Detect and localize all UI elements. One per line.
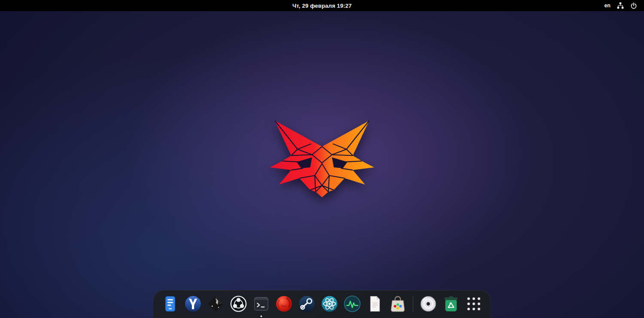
dock-item-trash[interactable] [441, 294, 461, 314]
workspaces-tree-icon[interactable] [617, 2, 624, 9]
dock-item-software-store[interactable] [388, 294, 408, 314]
desktop: Чт, 29 февраля 19:27 en [0, 0, 644, 318]
dock-item-steam[interactable] [297, 294, 317, 314]
dock-item-disc[interactable] [419, 294, 438, 314]
running-indicator [261, 315, 262, 317]
dock-item-yandex-browser[interactable] [183, 294, 203, 314]
dock-item-red-app[interactable] [274, 294, 294, 314]
dock-item-inkscape[interactable] [206, 294, 226, 314]
dock [153, 290, 491, 318]
dock-item-terminal[interactable] [252, 294, 271, 314]
system-indicators[interactable]: en [601, 0, 640, 11]
recycle-trash-icon [442, 294, 461, 313]
show-applications-icon [468, 297, 480, 310]
wallpaper [0, 11, 644, 318]
dock-item-obs-studio[interactable] [229, 294, 249, 314]
dock-item-document[interactable] [365, 294, 385, 314]
dock-item-system-monitor[interactable] [343, 294, 362, 314]
keyboard-layout-indicator[interactable]: en [604, 3, 611, 9]
wallpaper-fox-logo [267, 118, 377, 200]
dock-item-show-applications[interactable] [464, 294, 484, 314]
atom-science-app-icon [320, 294, 339, 313]
inkscape-icon [207, 294, 225, 313]
yandex-browser-icon [184, 294, 203, 313]
software-store-icon [389, 294, 407, 313]
power-icon[interactable] [630, 2, 637, 9]
files-notes-app-icon [161, 294, 180, 313]
dock-separator [413, 296, 413, 312]
red-sphere-app-icon [275, 294, 294, 313]
steam-icon [298, 294, 316, 313]
dock-item-files[interactable] [161, 294, 180, 314]
disc-media-icon [419, 294, 438, 313]
top-bar: Чт, 29 февраля 19:27 en [0, 0, 644, 11]
clock[interactable]: Чт, 29 февраля 19:27 [0, 3, 644, 9]
system-monitor-icon [343, 294, 362, 313]
obs-studio-icon [229, 294, 248, 313]
document-app-icon [366, 294, 385, 313]
terminal-icon [252, 294, 271, 313]
dock-item-atom-app[interactable] [320, 294, 340, 314]
